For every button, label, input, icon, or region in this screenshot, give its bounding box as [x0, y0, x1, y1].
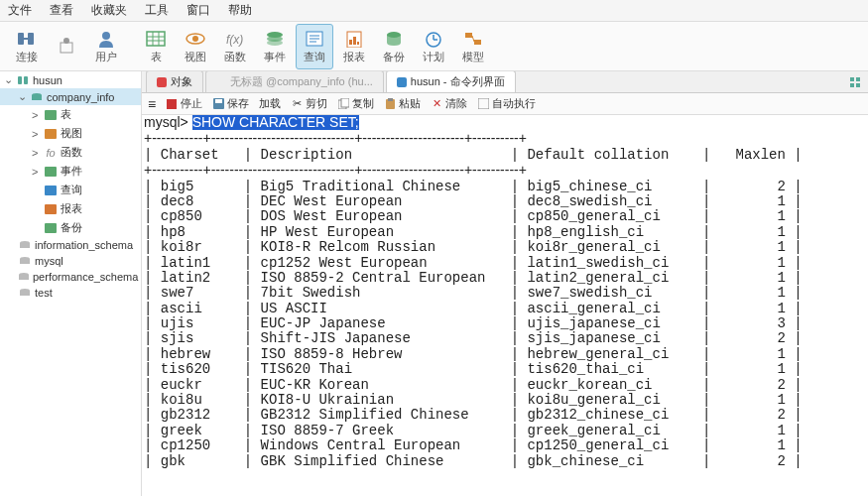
event-button-icon	[263, 28, 287, 50]
event-button[interactable]: 事件	[256, 24, 294, 69]
backup-button[interactable]: 备份	[375, 24, 413, 69]
cut-label: 剪切	[306, 96, 327, 111]
model-button[interactable]: 模型	[454, 24, 492, 69]
svg-rect-3	[61, 43, 72, 53]
svg-text:f(x): f(x)	[226, 33, 243, 47]
view-button[interactable]: 视图	[177, 24, 214, 69]
function-button[interactable]: f(x)函数	[216, 24, 254, 69]
cut-button[interactable]: ✂剪切	[291, 96, 327, 111]
schedule-button-icon	[422, 28, 445, 50]
tab-objects[interactable]: 对象	[146, 71, 203, 92]
tree-icon	[44, 185, 58, 196]
tree-db-test[interactable]: test	[0, 285, 141, 301]
svg-rect-56	[215, 99, 222, 103]
svg-rect-6	[147, 32, 165, 46]
svg-rect-54	[167, 99, 177, 109]
main-toolbar: 连接用户表视图f(x)函数事件查询报表备份计划模型	[0, 22, 868, 71]
view-button-label: 视图	[185, 50, 206, 64]
editor-tabs: 对象无标题 @company_info (hu...husun - 命令列界面	[142, 71, 868, 93]
tab-icon	[157, 77, 167, 87]
svg-rect-53	[856, 83, 860, 87]
schedule-button-label: 计划	[423, 50, 444, 64]
table-button-label: 表	[151, 50, 162, 64]
hamburger-button[interactable]: ≡	[148, 96, 156, 112]
svg-rect-45	[20, 259, 30, 264]
svg-rect-51	[856, 77, 860, 81]
tree-icon	[44, 109, 58, 121]
query-button[interactable]: 查询	[296, 24, 333, 69]
stop-icon	[166, 98, 178, 110]
function-button-icon: f(x)	[223, 28, 247, 50]
paste-icon	[384, 98, 396, 110]
user-button[interactable]: 用户	[87, 24, 125, 69]
svg-rect-35	[32, 95, 42, 100]
tree-reports[interactable]: 报表	[0, 199, 141, 218]
svg-rect-47	[19, 275, 29, 280]
svg-rect-32	[18, 76, 22, 84]
tree-connection[interactable]: ⌄husun	[0, 71, 141, 88]
function-button-label: 函数	[224, 50, 246, 64]
query-button-icon	[303, 28, 326, 50]
svg-rect-50	[850, 77, 854, 81]
clear-button[interactable]: ✕清除	[431, 96, 467, 111]
svg-rect-39	[45, 186, 57, 195]
auto-exec-button[interactable]: 自动执行	[477, 96, 536, 111]
sql-console[interactable]: mysql> SHOW CHARACTER SET; +-----------+…	[142, 115, 868, 496]
backup-button-label: 备份	[383, 50, 405, 64]
report-button-icon	[342, 28, 366, 50]
copy-icon	[337, 98, 349, 110]
copy-button[interactable]: 复制	[337, 96, 374, 111]
user-button-icon	[94, 28, 118, 50]
auto-exec-icon	[477, 98, 489, 110]
tree-icon	[44, 222, 58, 234]
save-button[interactable]: 保存	[212, 96, 249, 111]
paste-button[interactable]: 粘贴	[384, 96, 421, 111]
menu-窗口[interactable]: 窗口	[186, 2, 210, 19]
save-icon	[212, 98, 224, 110]
tab-label: 无标题 @company_info (hu...	[230, 74, 373, 89]
svg-rect-0	[18, 33, 24, 45]
svg-rect-40	[45, 204, 57, 214]
connect-button[interactable]: 连接	[8, 24, 46, 69]
load-button[interactable]: 加载	[259, 96, 281, 111]
new-button[interactable]	[48, 24, 85, 69]
db-tree-sidebar: ⌄husun⌄company_info>表>视图>fo函数>事件查询报表备份in…	[0, 71, 142, 496]
svg-rect-24	[357, 42, 359, 45]
menu-收藏夹[interactable]: 收藏夹	[91, 2, 127, 19]
query-button-label: 查询	[304, 50, 325, 64]
tree-db-information_schema[interactable]: information_schema	[0, 237, 141, 253]
cut-icon: ✂	[291, 98, 303, 110]
table-button[interactable]: 表	[137, 24, 175, 69]
clear-label: 清除	[445, 96, 467, 111]
tree-db-performance_schema[interactable]: performance_schema	[0, 269, 141, 285]
tree-db-mysql[interactable]: mysql	[0, 253, 141, 269]
backup-button-icon	[382, 28, 406, 50]
model-button-icon	[461, 28, 485, 50]
menu-查看[interactable]: 查看	[50, 2, 73, 19]
tree-tables[interactable]: >表	[0, 105, 141, 124]
connect-button-icon	[15, 28, 39, 50]
tab-untitled[interactable]: 无标题 @company_info (hu...	[205, 71, 384, 92]
menu-文件[interactable]: 文件	[8, 2, 32, 19]
tree-functions[interactable]: >fo函数	[0, 143, 141, 162]
svg-rect-38	[45, 167, 57, 177]
menu-帮助[interactable]: 帮助	[228, 2, 252, 19]
new-button-icon	[55, 36, 78, 58]
svg-rect-36	[45, 110, 57, 120]
tree-backups[interactable]: 备份	[0, 218, 141, 237]
tab-config-icon[interactable]	[848, 75, 862, 92]
schedule-button[interactable]: 计划	[415, 24, 452, 69]
tab-cli[interactable]: husun - 命令列界面	[386, 71, 516, 92]
svg-rect-61	[478, 98, 489, 109]
paste-label: 粘贴	[399, 96, 421, 111]
tree-icon	[44, 166, 58, 178]
tree-events[interactable]: >事件	[0, 162, 141, 181]
tree-db-company-info[interactable]: ⌄company_info	[0, 88, 141, 105]
tree-queries[interactable]: 查询	[0, 181, 141, 199]
menu-工具[interactable]: 工具	[145, 2, 169, 19]
report-button[interactable]: 报表	[335, 24, 373, 69]
tree-views[interactable]: >视图	[0, 124, 141, 143]
svg-rect-41	[45, 223, 57, 233]
stop-button[interactable]: 停止	[166, 96, 202, 111]
view-button-icon	[184, 28, 207, 50]
